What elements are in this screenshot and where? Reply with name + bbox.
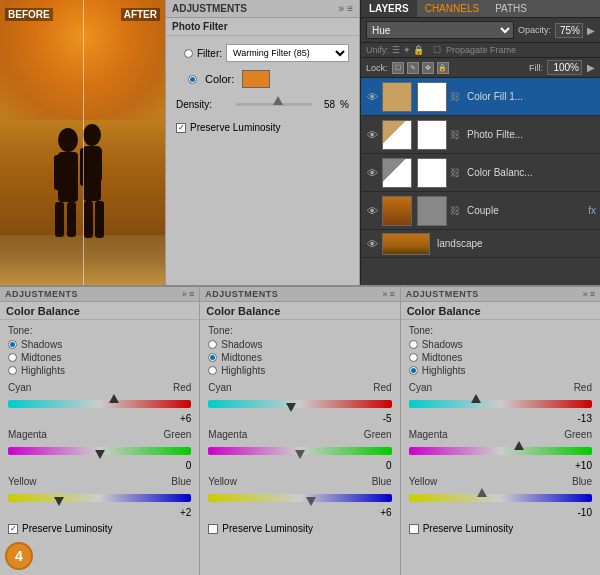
layer-eye-icon[interactable]: 👁	[365, 90, 379, 104]
tone-radio[interactable]	[208, 366, 217, 375]
yellow-blue-thumb[interactable]	[306, 497, 316, 506]
tone-radio[interactable]	[8, 366, 17, 375]
layer-eye-icon[interactable]: 👁	[365, 237, 379, 251]
color-swatch[interactable]	[242, 70, 270, 88]
red-label: Red	[574, 382, 592, 393]
tone-radio[interactable]	[409, 340, 418, 349]
tone-shadows[interactable]: Shadows	[409, 339, 592, 350]
color-balance-panel-3: ADJUSTMENTS » ≡ Color Balance Tone: Shad…	[401, 287, 600, 575]
preserve-lum-row: Preserve Luminosity	[409, 523, 592, 534]
double-arrow-icon[interactable]: »	[339, 3, 345, 14]
cb-menu-icon[interactable]: ≡	[189, 289, 194, 299]
layer-thumb	[382, 120, 412, 150]
cyan-red-thumb[interactable]	[471, 394, 481, 403]
tone-radio[interactable]	[8, 340, 17, 349]
lock-transparent-icon[interactable]: ☐	[392, 62, 404, 74]
adjustments-title: ADJUSTMENTS	[172, 3, 247, 14]
opacity-input[interactable]	[555, 23, 583, 38]
filter-select[interactable]: Warming Filter (85) Warming Filter (81) …	[226, 44, 349, 62]
layers-list: 👁 ⛓ Color Fill 1... 👁 ⛓ Photo Filte...	[361, 78, 600, 258]
lock-all-icon[interactable]: 🔒	[437, 62, 449, 74]
tone-shadows[interactable]: Shadows	[208, 339, 391, 350]
magenta-green-thumb[interactable]	[95, 450, 105, 459]
panel-menu-icon[interactable]: ≡	[347, 3, 353, 14]
layer-item[interactable]: 👁 ⛓ Color Balanc...	[361, 154, 600, 192]
tab-layers[interactable]: LAYERS	[361, 0, 417, 17]
cyan-red-thumb[interactable]	[109, 394, 119, 403]
layer-eye-icon[interactable]: 👁	[365, 204, 379, 218]
layer-eye-icon[interactable]: 👁	[365, 166, 379, 180]
magenta-green-thumb[interactable]	[514, 441, 524, 450]
preserve-checkbox[interactable]: ✓	[176, 123, 186, 133]
yellow-blue-thumb[interactable]	[54, 497, 64, 506]
tone-midtones[interactable]: Midtones	[409, 352, 592, 363]
tone-highlights[interactable]: Highlights	[208, 365, 391, 376]
unify-label: Unify:	[366, 45, 389, 55]
tab-channels[interactable]: CHANNELS	[417, 0, 487, 17]
layer-item[interactable]: 👁 landscape	[361, 230, 600, 258]
layer-item[interactable]: 👁 ⛓ Photo Filte...	[361, 116, 600, 154]
blue-label: Blue	[372, 476, 392, 487]
preserve-lum-checkbox[interactable]: ✓	[8, 524, 18, 534]
tone-radio[interactable]	[208, 340, 217, 349]
preserve-lum-checkbox[interactable]	[409, 524, 419, 534]
lock-label: Lock:	[366, 63, 388, 73]
layer-eye-icon[interactable]: 👁	[365, 128, 379, 142]
layer-item[interactable]: 👁 ⛓ Color Fill 1...	[361, 78, 600, 116]
lock-image-icon[interactable]: ✎	[407, 62, 419, 74]
svg-rect-11	[95, 201, 104, 238]
yellow-label: Yellow	[409, 476, 438, 487]
layer-item[interactable]: 👁 ⛓ Couple fx	[361, 192, 600, 230]
cb-double-arrow-icon[interactable]: »	[583, 289, 588, 299]
tone-radio[interactable]	[409, 353, 418, 362]
cb-adj-title: ADJUSTMENTS	[5, 289, 78, 299]
svg-rect-5	[67, 202, 76, 237]
density-thumb[interactable]	[273, 96, 283, 105]
density-label: Density:	[176, 99, 231, 110]
opacity-arrow[interactable]: ▶	[587, 25, 595, 36]
midtones-label: Midtones	[422, 352, 463, 363]
cb-double-arrow-icon[interactable]: »	[182, 289, 187, 299]
layer-mask	[417, 196, 447, 226]
cyan-red-thumb[interactable]	[286, 403, 296, 412]
tone-options: Shadows Midtones Highlights	[409, 339, 592, 376]
color-radio-btn[interactable]	[188, 75, 197, 84]
filter-radio[interactable]: Filter:	[184, 48, 222, 59]
preserve-lum-checkbox[interactable]	[208, 524, 218, 534]
filter-radio-btn[interactable]	[184, 49, 193, 58]
layer-name: Color Balanc...	[463, 167, 596, 178]
lock-icons: ☐ ✎ ✥ 🔒	[392, 62, 449, 74]
tone-shadows[interactable]: Shadows	[8, 339, 191, 350]
cb-menu-icon[interactable]: ≡	[389, 289, 394, 299]
cb-menu-icon[interactable]: ≡	[590, 289, 595, 299]
cyan-label: Cyan	[208, 382, 231, 393]
tone-label: Tone:	[409, 325, 592, 336]
shadows-label: Shadows	[221, 339, 262, 350]
preserve-lum-label: Preserve Luminosity	[22, 523, 113, 534]
fill-arrow[interactable]: ▶	[587, 62, 595, 73]
color-balance-panel-1: ADJUSTMENTS » ≡ Color Balance Tone: Shad…	[0, 287, 200, 575]
cb-header-icons: » ≡	[583, 289, 595, 299]
tab-paths[interactable]: PATHS	[487, 0, 535, 17]
midtones-label: Midtones	[21, 352, 62, 363]
fill-input[interactable]	[547, 60, 582, 75]
unify-icons: ☰ ✦ 🔒	[392, 45, 424, 55]
tone-radio[interactable]	[409, 366, 418, 375]
tone-midtones[interactable]: Midtones	[208, 352, 391, 363]
cb-double-arrow-icon[interactable]: »	[382, 289, 387, 299]
blend-mode-select[interactable]: Hue Normal Multiply	[366, 21, 514, 39]
tone-highlights[interactable]: Highlights	[409, 365, 592, 376]
svg-rect-9	[92, 148, 102, 181]
propagate-checkbox[interactable]: ☐	[433, 45, 441, 55]
tone-radio[interactable]	[208, 353, 217, 362]
adjustments-header: ADJUSTMENTS » ≡	[166, 0, 359, 18]
tone-highlights[interactable]: Highlights	[8, 365, 191, 376]
yellow-blue-thumb[interactable]	[477, 488, 487, 497]
magenta-green-thumb[interactable]	[295, 450, 305, 459]
bottom-section: ADJUSTMENTS » ≡ Color Balance Tone: Shad…	[0, 285, 600, 575]
density-unit: %	[340, 99, 349, 110]
tone-radio[interactable]	[8, 353, 17, 362]
cb-header-3: ADJUSTMENTS » ≡	[401, 287, 600, 302]
lock-position-icon[interactable]: ✥	[422, 62, 434, 74]
tone-midtones[interactable]: Midtones	[8, 352, 191, 363]
